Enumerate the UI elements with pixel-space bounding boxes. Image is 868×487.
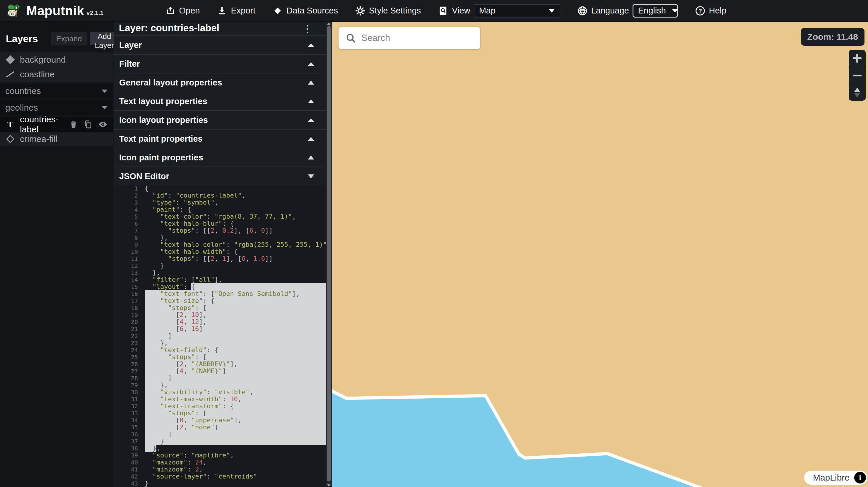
json-line: 8 }, [114,234,326,241]
section-text-layout-properties[interactable]: Text layout properties [114,92,326,110]
text-layer-icon: T [7,120,13,129]
json-line: 26 [2, "{ABBREV}"], [114,361,326,367]
menu-item-export[interactable]: Export [217,6,255,16]
view-label: View [452,6,470,15]
zoom-in-button[interactable] [849,50,866,67]
section-general-layout-properties[interactable]: General layout properties [114,73,326,92]
json-line: 20 [4, 12], [114,318,326,325]
json-line: 12 } [114,262,326,269]
json-line: 42 "source-layer": "centroids" [114,473,326,480]
export-icon [217,6,227,16]
section-layer[interactable]: Layer [114,35,326,54]
json-line: 23 }, [114,339,326,347]
json-line: 3 "type": "symbol", [114,199,326,206]
json-line: 29 }, [114,382,326,389]
json-line: 38 }, [114,445,326,452]
app-logo: Maputnik v2.1.1 [0,2,104,19]
main-menu: OpenExportData SourcesStyle SettingsView… [165,4,726,18]
layers-title: Layers [6,33,38,44]
duplicate-icon[interactable] [84,120,93,129]
json-line: 27 [4, "{NAME}"] [114,367,326,375]
top-bar: Maputnik v2.1.1 OpenExportData SourcesSt… [0,0,868,22]
expand-button[interactable]: Expand [51,32,87,45]
json-line: 30 "visibility": "visible", [114,389,326,396]
json-line: 4 "paint": { [114,206,326,213]
app-version: v2.1.1 [86,9,103,17]
chevron-down-icon [102,90,107,93]
attribution-label: MapLibre [813,473,849,483]
map-zoom-controls [849,50,866,101]
view-select[interactable]: Map [474,4,560,18]
menu-item-open[interactable]: Open [165,6,200,16]
json-line: 31 "text-max-width": 10, [114,396,326,403]
json-line: 34 [0, "uppercase"], [114,417,326,424]
json-line: 41 "minzoom": 2, [114,466,326,473]
json-line: 25 "stops": [ [114,354,326,361]
menu-item-help[interactable]: ?Help [695,6,726,16]
map-render [332,22,868,487]
search-input[interactable] [361,32,480,43]
view-icon [438,6,448,16]
app-title: Maputnik [26,3,84,18]
line-icon [6,70,14,78]
panel-title-row: Layer: countries-label ⋮ [114,22,326,35]
json-line: 18 "stops": [ [114,304,326,312]
info-icon[interactable]: i [854,472,866,484]
json-line: 9 "text-halo-color": "rgba(255, 255, 255… [114,241,326,248]
section-icon-layout-properties[interactable]: Icon layout properties [114,110,326,129]
map-attribution[interactable]: MapLibre i [804,470,867,485]
search-icon [345,32,357,44]
json-line: 40 "maxzoom": 24, [114,459,326,466]
json-line: 5 "text-color": "rgba(8, 37, 77, 1)", [114,213,326,220]
view-group: ViewMap [438,4,560,18]
layer-list: backgroundcoastlinecountriesgeolinesTcou… [0,53,113,146]
panel-scrollbar [326,22,332,487]
section-icon-paint-properties[interactable]: Icon paint properties [114,148,326,166]
json-editor[interactable]: 1{2 "id": "countries-label",3 "type": "s… [114,185,326,487]
collapse-icon [308,174,314,178]
layers-sidebar: Layers Expand Add Layer backgroundcoastl… [0,22,113,487]
expand-icon [308,156,314,160]
section-json-editor[interactable]: JSON Editor [114,166,326,185]
scrollbar-down-icon[interactable] [327,484,331,486]
kebab-menu-icon[interactable]: ⋮ [303,26,312,32]
scrollbar-up-icon[interactable] [327,23,331,25]
expand-icon [308,99,314,103]
layer-group-countries[interactable]: countries [0,84,113,98]
svg-text:?: ? [699,7,702,14]
eye-icon[interactable] [98,120,107,129]
section-text-paint-properties[interactable]: Text paint properties [114,129,326,148]
expand-icon [308,62,314,66]
json-line: 32 "text-transform": { [114,403,326,410]
json-line: 24 "text-field": { [114,347,326,354]
scrollbar-thumb[interactable] [327,26,331,481]
menu-item-data-sources[interactable]: Data Sources [272,6,338,16]
json-line: 37 } [114,438,326,445]
zoom-out-button[interactable] [849,67,866,84]
json-line: 22 ] [114,332,326,339]
map-canvas[interactable]: Zoom: 11.48 MapLibre i [332,22,868,487]
maputnik-logo-icon [5,2,22,19]
trash-icon[interactable] [69,120,78,129]
json-line: 13 }, [114,269,326,276]
chevron-down-icon [102,106,107,109]
layer-item-coastline[interactable]: coastline [0,67,113,82]
json-line: 15 "layout": { [114,283,326,290]
section-filter[interactable]: Filter [114,54,326,73]
layer-group-geolines[interactable]: geolines [0,100,113,115]
layer-editor-panel: Layer: countries-label ⋮ LayerFilterGene… [114,22,326,487]
json-line: 2 "id": "countries-label", [114,192,326,199]
json-line: 43} [114,480,326,487]
layer-item-crimea-fill[interactable]: crimea-fill [0,132,113,146]
compass-button[interactable] [849,84,866,101]
expand-icon [308,43,314,47]
json-line: 6 "text-halo-blur": { [114,220,326,227]
menu-item-style-settings[interactable]: Style Settings [355,6,421,16]
sidebar-header: Layers Expand Add Layer [0,22,113,45]
language-select[interactable]: English [632,4,678,18]
layer-item-background[interactable]: background [0,53,113,67]
language-label: Language [591,6,629,15]
property-sections: LayerFilterGeneral layout propertiesText… [114,35,326,185]
chevron-down-icon [672,9,678,12]
layer-item-countries-label[interactable]: Tcountries-label [0,117,113,132]
